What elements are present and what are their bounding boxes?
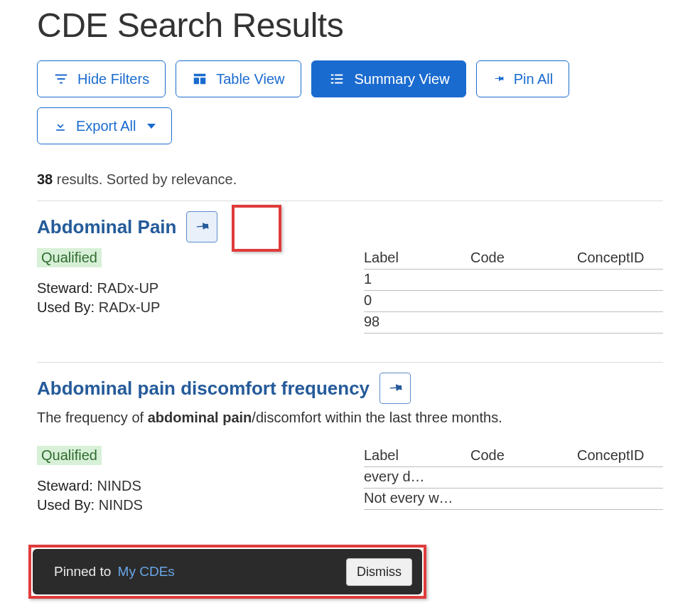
result-title-link[interactable]: Abdominal pain discomfort frequency bbox=[37, 378, 370, 400]
export-all-button[interactable]: Export All bbox=[37, 107, 172, 144]
usedby-label: Used By: bbox=[37, 497, 95, 513]
hide-filters-label: Hide Filters bbox=[77, 71, 149, 87]
table-view-button[interactable]: Table View bbox=[176, 60, 301, 97]
cell-concept bbox=[577, 469, 663, 485]
usedby-label: Used By: bbox=[37, 299, 95, 315]
values-table: Label Code ConceptID every d… Not every … bbox=[364, 446, 663, 516]
cell-code bbox=[470, 469, 577, 485]
cell-label: 1 bbox=[364, 271, 470, 287]
chevron-down-icon bbox=[147, 124, 156, 129]
result-item: Abdominal pain discomfort frequency The … bbox=[37, 373, 663, 516]
result-description: The frequency of abdominal pain/discomfo… bbox=[37, 410, 663, 426]
status-badge: Qualified bbox=[37, 446, 102, 465]
summary-view-label: Summary View bbox=[355, 71, 450, 87]
cell-concept bbox=[577, 314, 663, 330]
summary-icon bbox=[328, 71, 346, 87]
col-concept: ConceptID bbox=[577, 447, 663, 464]
table-row: 0 bbox=[364, 291, 663, 312]
summary-view-button[interactable]: Summary View bbox=[311, 60, 466, 97]
page-title: CDE Search Results bbox=[37, 6, 663, 45]
toast-link[interactable]: My CDEs bbox=[118, 564, 175, 579]
cell-code bbox=[470, 271, 577, 287]
pin-all-button[interactable]: Pin All bbox=[476, 60, 570, 97]
steward-label: Steward: bbox=[37, 478, 93, 493]
annotation-highlight bbox=[232, 205, 281, 252]
result-item: Abdominal Pain Qualified Steward: RADx-U… bbox=[37, 211, 663, 333]
table-row: 98 bbox=[364, 312, 663, 333]
col-label: Label bbox=[364, 250, 470, 266]
divider bbox=[37, 362, 663, 363]
cell-label: 98 bbox=[364, 314, 470, 330]
divider bbox=[37, 201, 663, 201]
cell-code bbox=[470, 490, 577, 506]
pin-result-button[interactable] bbox=[186, 211, 217, 242]
cell-code bbox=[470, 314, 577, 330]
results-sort-text: results. Sorted by relevance. bbox=[53, 171, 237, 187]
cell-concept bbox=[577, 292, 663, 309]
cell-concept bbox=[577, 271, 663, 287]
pin-result-button[interactable] bbox=[379, 373, 411, 404]
col-code: Code bbox=[470, 250, 577, 266]
toast-notification: Pinned to My CDEs Dismiss bbox=[33, 549, 422, 594]
download-icon bbox=[53, 118, 68, 134]
pin-all-label: Pin All bbox=[514, 71, 554, 87]
hide-filters-button[interactable]: Hide Filters bbox=[37, 60, 166, 97]
pin-icon bbox=[193, 218, 210, 235]
pin-icon bbox=[492, 71, 505, 87]
usedby-value: RADx-UP bbox=[99, 299, 161, 315]
result-title-link[interactable]: Abdominal Pain bbox=[37, 216, 176, 238]
table-row: every d… bbox=[364, 467, 663, 489]
table-view-label: Table View bbox=[216, 71, 284, 87]
status-badge: Qualified bbox=[37, 248, 102, 267]
results-count: 38 bbox=[37, 171, 53, 187]
steward-value: RADx-UP bbox=[97, 280, 159, 296]
cell-label: every d… bbox=[364, 469, 470, 485]
results-summary: 38 results. Sorted by relevance. bbox=[37, 171, 663, 188]
values-table: Label Code ConceptID 1 0 98 bbox=[364, 248, 663, 333]
toast-text: Pinned to bbox=[54, 564, 111, 579]
toast-dismiss-button[interactable]: Dismiss bbox=[346, 558, 412, 586]
steward-value: NINDS bbox=[97, 478, 141, 493]
export-all-label: Export All bbox=[76, 118, 136, 134]
col-code: Code bbox=[470, 447, 577, 464]
col-concept: ConceptID bbox=[577, 250, 663, 266]
cell-label: Not every w… bbox=[364, 490, 470, 506]
cell-code bbox=[470, 292, 577, 309]
pin-icon bbox=[387, 380, 404, 397]
cell-label: 0 bbox=[364, 292, 470, 309]
table-row: 1 bbox=[364, 270, 663, 291]
usedby-value: NINDS bbox=[99, 497, 143, 513]
filter-icon bbox=[53, 71, 69, 87]
steward-label: Steward: bbox=[37, 280, 93, 296]
cell-concept bbox=[577, 490, 663, 506]
table-icon bbox=[192, 71, 208, 87]
toolbar: Hide Filters Table View Summary View Pin… bbox=[37, 60, 663, 144]
col-label: Label bbox=[364, 447, 470, 464]
table-row: Not every w… bbox=[364, 489, 663, 510]
